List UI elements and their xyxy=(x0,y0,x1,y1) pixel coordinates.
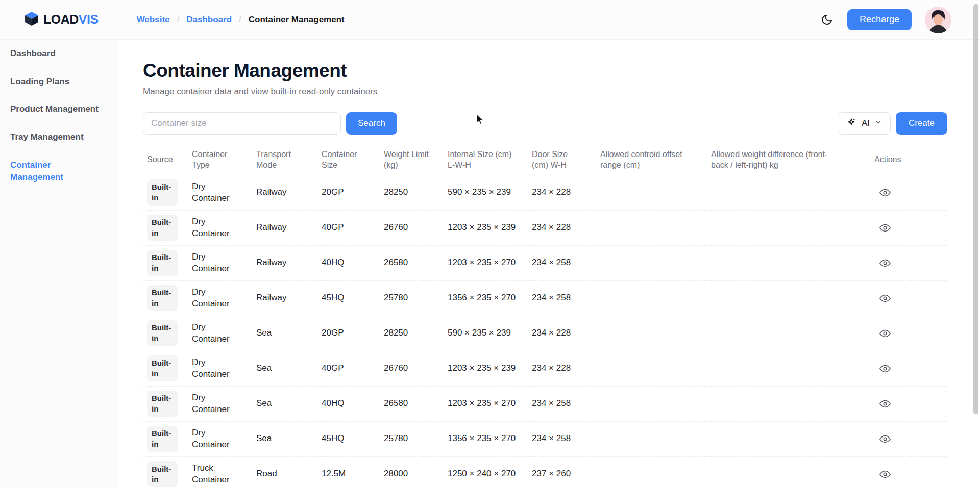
table-row: Built-inTruck ContainerRoad12.5M28000125… xyxy=(143,456,947,488)
breadcrumb-website[interactable]: Website xyxy=(137,15,170,25)
table-header-row: SourceContainer TypeTransport ModeContai… xyxy=(143,145,947,175)
cell-weight-difference xyxy=(711,421,874,456)
cell-centroid-offset xyxy=(600,210,711,245)
table-row: Built-inDry ContainerSea40GP267601203 × … xyxy=(143,351,947,386)
cell-container-type: Dry Container xyxy=(192,386,256,421)
source-badge: Built-in xyxy=(147,250,178,276)
view-eye-icon[interactable] xyxy=(877,396,893,412)
cell-internal-size: 1203 × 235 × 239 xyxy=(448,210,532,245)
search-button[interactable]: Search xyxy=(346,112,397,135)
source-badge: Built-in xyxy=(147,426,178,452)
page-scrollbar[interactable] xyxy=(972,0,980,488)
view-eye-icon[interactable] xyxy=(877,467,893,482)
cell-weight-difference xyxy=(711,316,874,351)
cell-container-size: 45HQ xyxy=(322,421,384,456)
view-eye-icon[interactable] xyxy=(877,220,893,236)
sidebar-item-loading-plans[interactable]: Loading Plans xyxy=(0,68,116,96)
cell-door-size: 234 × 228 xyxy=(532,316,600,351)
dark-mode-moon-icon[interactable] xyxy=(820,13,834,27)
cell-weight-difference xyxy=(711,351,874,386)
cell-container-size: 40GP xyxy=(322,351,384,386)
cell-weight-limit: 26580 xyxy=(384,386,448,421)
cell-internal-size: 1356 × 235 × 270 xyxy=(448,280,532,316)
brand-name: LOADVIS xyxy=(43,12,99,27)
table-row: Built-inDry ContainerRailway45HQ25780135… xyxy=(143,280,947,316)
cell-door-size: 234 × 228 xyxy=(532,351,600,386)
cell-container-size: 12.5M xyxy=(322,456,384,488)
column-header: Allowed weight difference (front- back /… xyxy=(711,145,874,175)
cell-container-size: 40GP xyxy=(322,210,384,245)
sidebar-item-tray-management[interactable]: Tray Management xyxy=(0,123,116,151)
cell-door-size: 234 × 258 xyxy=(532,421,600,456)
column-header: Actions xyxy=(874,145,947,175)
cell-container-type: Dry Container xyxy=(192,175,256,210)
cell-actions xyxy=(874,421,947,456)
brand-logo[interactable]: LOADVIS xyxy=(24,11,99,29)
cell-container-type: Dry Container xyxy=(192,316,256,351)
breadcrumb-separator: / xyxy=(177,15,180,25)
cell-source: Built-in xyxy=(143,386,192,421)
cell-source: Built-in xyxy=(143,456,192,488)
toolbar: Search AI Create xyxy=(143,112,947,135)
cell-centroid-offset xyxy=(600,316,711,351)
cell-door-size: 234 × 258 xyxy=(532,386,600,421)
search-input[interactable] xyxy=(143,112,341,135)
cell-container-type: Truck Container xyxy=(192,456,256,488)
cell-transport-mode: Sea xyxy=(256,421,322,456)
cell-weight-difference xyxy=(711,280,874,316)
cube-icon xyxy=(24,11,39,29)
table-row: Built-inDry ContainerRailway40GP26760120… xyxy=(143,210,947,245)
cell-internal-size: 590 × 235 × 239 xyxy=(448,175,532,210)
cell-actions xyxy=(874,386,947,421)
create-button[interactable]: Create xyxy=(896,112,947,135)
cell-source: Built-in xyxy=(143,210,192,245)
cell-centroid-offset xyxy=(600,386,711,421)
sidebar-item-container-management[interactable]: Container Management xyxy=(0,151,82,192)
cell-container-type: Dry Container xyxy=(192,210,256,245)
cell-centroid-offset xyxy=(600,245,711,280)
view-eye-icon[interactable] xyxy=(877,291,893,306)
cell-source: Built-in xyxy=(143,175,192,210)
cell-container-size: 40HQ xyxy=(322,386,384,421)
sidebar-item-dashboard[interactable]: Dashboard xyxy=(0,40,116,68)
cell-source: Built-in xyxy=(143,421,192,456)
sidebar-nav: DashboardLoading PlansProduct Management… xyxy=(0,40,116,488)
cell-transport-mode: Railway xyxy=(256,245,322,280)
cell-internal-size: 1203 × 235 × 270 xyxy=(448,245,532,280)
page-subtitle: Manage container data and view built-in … xyxy=(143,87,980,97)
sidebar-item-product-management[interactable]: Product Management xyxy=(0,95,116,123)
cell-door-size: 234 × 258 xyxy=(532,280,600,316)
view-eye-icon[interactable] xyxy=(877,185,893,200)
cell-container-size: 20GP xyxy=(322,316,384,351)
cell-centroid-offset xyxy=(600,175,711,210)
view-eye-icon[interactable] xyxy=(877,431,893,447)
table-row: Built-inDry ContainerSea45HQ257801356 × … xyxy=(143,421,947,456)
view-eye-icon[interactable] xyxy=(877,326,893,341)
breadcrumb-dashboard[interactable]: Dashboard xyxy=(186,15,232,25)
source-badge: Built-in xyxy=(147,320,178,346)
view-eye-icon[interactable] xyxy=(877,255,893,271)
breadcrumb-separator: / xyxy=(239,15,241,25)
cell-door-size: 234 × 258 xyxy=(532,245,600,280)
cell-actions xyxy=(874,280,947,316)
cell-container-type: Dry Container xyxy=(192,245,256,280)
cell-transport-mode: Sea xyxy=(256,386,322,421)
page-title: Container Management xyxy=(143,60,980,82)
cell-container-size: 45HQ xyxy=(322,280,384,316)
cell-weight-difference xyxy=(711,456,874,488)
cell-internal-size: 1203 × 235 × 270 xyxy=(448,386,532,421)
ai-dropdown-button[interactable]: AI xyxy=(838,112,891,135)
cell-weight-limit: 26760 xyxy=(384,351,448,386)
column-header: Weight Limit (kg) xyxy=(384,145,448,175)
cell-weight-limit: 26760 xyxy=(384,210,448,245)
user-avatar[interactable] xyxy=(925,7,951,33)
cell-weight-difference xyxy=(711,175,874,210)
recharge-button[interactable]: Recharge xyxy=(847,9,912,30)
column-header: Container Size xyxy=(322,145,384,175)
view-eye-icon[interactable] xyxy=(877,361,893,376)
cell-internal-size: 1356 × 235 × 270 xyxy=(448,421,532,456)
cell-transport-mode: Sea xyxy=(256,316,322,351)
cell-weight-limit: 28250 xyxy=(384,175,448,210)
scrollbar-thumb[interactable] xyxy=(973,4,978,414)
cell-door-size: 237 × 260 xyxy=(532,456,600,488)
